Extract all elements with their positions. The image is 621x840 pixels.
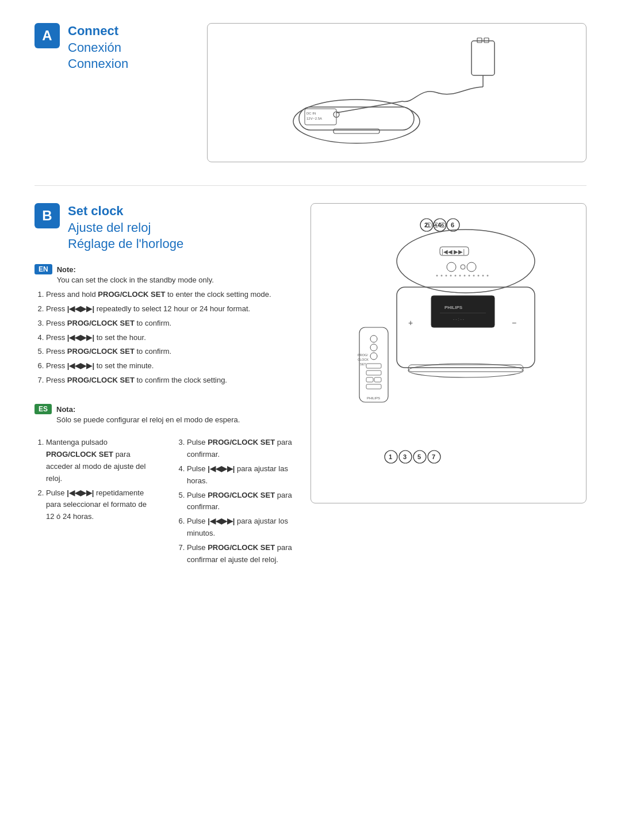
svg-text:|◀◀ ▶▶|: |◀◀ ▶▶| [442, 249, 465, 255]
svg-point-52 [370, 353, 377, 360]
section-b: B Set clock Ajuste del reloj Réglage de … [34, 203, 586, 568]
en-step-7: Press PROG/CLOCK SET to confirm the cloc… [46, 375, 293, 387]
divider-ab [34, 185, 586, 186]
en-note: Note: You can set the clock in the stand… [57, 264, 214, 286]
svg-rect-53 [366, 364, 381, 368]
svg-text:1: 1 [389, 453, 392, 460]
svg-point-44 [408, 364, 523, 377]
en-step-3: Press PROG/CLOCK SET to confirm. [46, 318, 293, 330]
svg-text:SET: SET [360, 362, 366, 366]
svg-point-19 [397, 230, 535, 293]
svg-text:CLOCK: CLOCK [358, 358, 369, 361]
svg-text:7: 7 [432, 453, 435, 460]
svg-text:2: 2 [424, 222, 428, 228]
en-step-5: Press PROG/CLOCK SET to confirm. [46, 346, 293, 358]
en-step-2: Press |◀◀▶▶| repeatedly to select 12 hou… [46, 303, 293, 315]
es-step-2: Pulse |◀◀▶▶| repetidamente para seleccio… [46, 487, 152, 523]
title-b-es: Ajuste del reloj [68, 220, 183, 236]
svg-text:PHILIPS: PHILIPS [444, 305, 463, 310]
es-steps-left: Mantenga pulsado PROG/CLOCK SET para acc… [46, 437, 152, 523]
es-step-4: Pulse |◀◀▶▶| para ajustar las horas. [187, 463, 293, 487]
section-a: A Connect Conexión Connexion DC IN 12V⎓2… [34, 23, 586, 162]
svg-rect-54 [366, 371, 381, 375]
svg-text:5: 5 [417, 453, 421, 460]
title-b-en: Set clock [68, 203, 183, 220]
section-b-left: B Set clock Ajuste del reloj Réglage de … [34, 203, 310, 568]
svg-rect-55 [366, 377, 373, 382]
svg-point-36 [487, 275, 489, 277]
svg-text:PHILIPS: PHILIPS [367, 396, 380, 400]
title-a-en: Connect [68, 23, 128, 40]
en-step-4: Press |◀◀▶▶| to set the hour. [46, 332, 293, 344]
section-a-left: A Connect Conexión Connexion [34, 23, 207, 79]
svg-text:−: − [512, 318, 516, 327]
svg-point-50 [370, 335, 377, 342]
svg-text:DC IN: DC IN [306, 112, 316, 115]
svg-point-27 [446, 275, 447, 277]
device-diagram-b: ①④⑥ 2 4 6 |◀◀ ▶▶| [351, 215, 546, 491]
section-b-title-row: B Set clock Ajuste del reloj Réglage de … [34, 203, 293, 253]
svg-text:①④⑥: ①④⑥ [425, 221, 446, 230]
svg-text:PROG/: PROG/ [358, 353, 368, 357]
es-col-left: Mantenga pulsado PROG/CLOCK SET para acc… [34, 437, 152, 568]
svg-text:+: + [408, 318, 413, 327]
es-col-right: Pulse PROG/CLOCK SET para confirmar. Pul… [175, 437, 293, 568]
es-step-1: Mantenga pulsado PROG/CLOCK SET para acc… [46, 437, 152, 484]
svg-point-29 [455, 275, 457, 277]
badge-a: A [34, 23, 60, 48]
section-a-titles: Connect Conexión Connexion [68, 23, 128, 72]
section-b-diagram: ①④⑥ 2 4 6 |◀◀ ▶▶| [310, 203, 586, 503]
svg-rect-56 [374, 377, 381, 382]
svg-point-24 [467, 262, 476, 272]
es-step-7: Pulse PROG/CLOCK SET para confirmar el a… [187, 542, 293, 566]
svg-text:6: 6 [451, 222, 454, 228]
svg-rect-1 [477, 38, 482, 43]
es-step-5: Pulse PROG/CLOCK SET para confirmar. [187, 490, 293, 514]
svg-point-34 [478, 275, 480, 277]
es-steps-right: Pulse PROG/CLOCK SET para confirmar. Pul… [187, 437, 293, 566]
device-diagram-a: DC IN 12V⎓2.5A [288, 35, 506, 150]
svg-point-26 [441, 275, 443, 277]
title-b-fr: Réglage de l'horloge [68, 236, 183, 253]
svg-text:12V⎓2.5A: 12V⎓2.5A [306, 117, 322, 120]
svg-point-35 [482, 275, 484, 277]
svg-point-23 [461, 265, 465, 269]
svg-point-51 [370, 344, 377, 351]
svg-text:3: 3 [403, 453, 407, 460]
en-steps: Press and hold PROG/CLOCK SET to enter t… [46, 289, 293, 387]
es-note: Nota: Sólo se puede configurar el reloj … [56, 404, 240, 426]
svg-point-28 [450, 275, 452, 277]
en-block: EN Note: You can set the clock in the st… [34, 264, 293, 387]
svg-point-31 [464, 275, 466, 277]
svg-point-4 [293, 100, 420, 143]
section-a-title-row: A Connect Conexión Connexion [34, 23, 207, 72]
svg-rect-57 [366, 384, 381, 389]
en-step-1: Press and hold PROG/CLOCK SET to enter t… [46, 289, 293, 301]
svg-rect-0 [471, 41, 494, 75]
es-tag: ES [34, 404, 52, 414]
svg-point-33 [473, 275, 475, 277]
section-b-titles: Set clock Ajuste del reloj Réglage de l'… [68, 203, 183, 253]
svg-rect-2 [484, 38, 489, 43]
svg-rect-11 [334, 129, 379, 133]
svg-rect-38 [431, 296, 494, 327]
svg-point-30 [459, 275, 461, 277]
title-a-es: Conexión [68, 40, 128, 56]
svg-text:4: 4 [438, 222, 442, 228]
es-block: ES Nota: Sólo se puede configurar el rel… [34, 404, 293, 568]
svg-text:- - : - -: - - : - - [453, 317, 465, 321]
title-a-fr: Connexion [68, 56, 128, 72]
es-two-col: Mantenga pulsado PROG/CLOCK SET para acc… [34, 437, 293, 568]
svg-point-32 [469, 275, 470, 277]
badge-b: B [34, 203, 60, 228]
es-step-6: Pulse |◀◀▶▶| para ajustar los minutos. [187, 516, 293, 540]
section-a-diagram: DC IN 12V⎓2.5A [207, 23, 586, 162]
es-step-3: Pulse PROG/CLOCK SET para confirmar. [187, 437, 293, 461]
en-step-6: Press |◀◀▶▶| to set the minute. [46, 360, 293, 372]
svg-point-25 [436, 275, 438, 277]
svg-point-22 [447, 262, 456, 272]
en-tag: EN [34, 264, 52, 274]
